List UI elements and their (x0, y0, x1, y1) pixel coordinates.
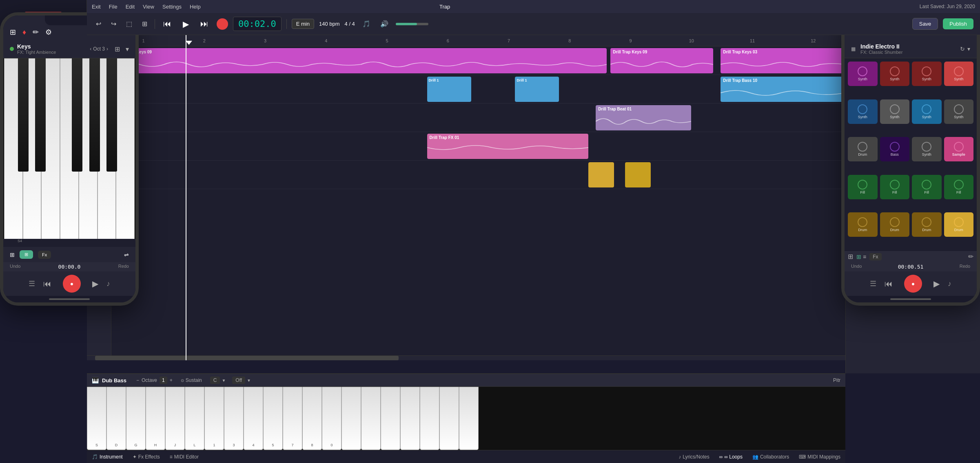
phone-play-btn[interactable]: ▶ (92, 279, 98, 289)
white-key-2[interactable]: D (106, 387, 126, 450)
pad-synth-3[interactable]: Synth (912, 62, 942, 86)
white-key-6[interactable]: L (185, 387, 204, 450)
phone-piano-left[interactable]: S4 (3, 58, 135, 247)
white-key-7[interactable]: 1 (204, 387, 224, 450)
record-button[interactable] (217, 18, 228, 30)
white-key-17[interactable] (400, 387, 420, 450)
play-button[interactable]: ▶ (180, 18, 192, 31)
undo-button[interactable]: ↩ (93, 18, 104, 29)
tab-midi-mappings[interactable]: ⌨ MIDI Mappings (799, 454, 840, 460)
white-key-15[interactable] (361, 387, 381, 450)
white-key-11[interactable]: 7 (283, 387, 302, 450)
off-dropdown[interactable]: ▼ (247, 378, 251, 383)
white-key-12[interactable]: 8 (302, 387, 322, 450)
white-key-1[interactable]: S (87, 387, 106, 450)
pad-drum-1[interactable]: Drum (848, 137, 878, 161)
phone-grid-btn[interactable]: ⊞ (20, 250, 33, 259)
key-display[interactable]: E min (292, 19, 314, 29)
tab-fx[interactable]: ✦ Fx Effects (133, 454, 160, 460)
white-key-9[interactable]: 4 (244, 387, 263, 450)
white-key-20[interactable] (459, 387, 479, 450)
key-select[interactable]: C (210, 377, 220, 384)
white-key-13[interactable]: 0 (322, 387, 341, 450)
phone-home-icon[interactable]: ⊞ (10, 28, 16, 37)
pad-sample-1[interactable]: Sample (944, 137, 974, 161)
clip-drill-fx-01[interactable]: Drill Trap FX 01 (427, 134, 589, 159)
menu-edit[interactable]: Edit (126, 4, 135, 10)
phone-menu-icon-r[interactable]: ☰ (870, 279, 876, 288)
menu-settings[interactable]: Settings (162, 4, 182, 10)
phone-midi-icon-r[interactable]: ♪ (948, 280, 951, 288)
phone-black-key-5[interactable] (106, 58, 117, 172)
clip-drill-beat-01[interactable]: Drill Trap Beat 01 (596, 105, 691, 130)
white-key-19[interactable] (439, 387, 459, 450)
white-key-14[interactable] (341, 387, 361, 450)
white-key-8[interactable]: 3 (224, 387, 244, 450)
loop-button[interactable]: ⬚ (124, 18, 135, 29)
pad-synth-9[interactable]: Synth (912, 137, 942, 161)
white-key-16[interactable] (381, 387, 400, 450)
phone-pen-r[interactable]: ✏ (968, 253, 973, 260)
pad-synth-1[interactable]: Synth (848, 62, 878, 86)
menu-file[interactable]: File (109, 4, 118, 10)
horizontal-scrollbar[interactable] (87, 355, 845, 360)
phone-fx-btn[interactable]: Fx (38, 251, 51, 259)
bpm-display[interactable]: 140 bpm (319, 21, 340, 27)
phone-black-key-1[interactable] (18, 58, 29, 172)
phone-expand-icon-r[interactable]: ▾ (967, 46, 970, 52)
clip-yellow-2[interactable] (625, 162, 651, 187)
phone-fx-btn-r[interactable]: Fx (869, 253, 881, 260)
phone-undo-r[interactable]: Undo (851, 264, 862, 270)
phone-skip-back-r[interactable]: ⏮ (885, 279, 893, 289)
clip-drill-keys-09-a[interactable]: Drill Trap Keys 09 (115, 48, 607, 73)
off-select[interactable]: Off (232, 377, 245, 384)
phone-rec-btn-r[interactable]: ● (904, 275, 922, 293)
phone-gear-icon[interactable]: ⚙ (45, 28, 52, 37)
volume-bar[interactable] (396, 23, 428, 25)
save-button[interactable]: Save (912, 18, 938, 30)
clip-drill-1b[interactable]: Drill 1 (515, 77, 559, 102)
phone-pencil-icon[interactable]: ✏ (33, 28, 39, 37)
menu-help[interactable]: Help (190, 4, 201, 10)
minus-octave[interactable]: − (136, 377, 139, 383)
pad-drum-3[interactable]: Drum (880, 212, 910, 237)
phone-list-r[interactable]: ⊞ (848, 253, 853, 260)
octave-arrow-right[interactable]: › (106, 46, 108, 52)
phone-list-view-r[interactable]: ≡ (863, 254, 866, 260)
phone-grid-view-r[interactable]: ⊞ (856, 254, 861, 260)
phone-down-icon[interactable]: ▾ (126, 45, 129, 53)
phone-skip-back[interactable]: ⏮ (43, 279, 51, 289)
pad-fill-3[interactable]: Fill (912, 175, 942, 199)
pad-drum-4[interactable]: Drum (912, 212, 942, 237)
menu-exit[interactable]: Exit (92, 4, 101, 10)
phone-rec-btn[interactable]: ● (63, 275, 81, 293)
grid-button[interactable]: ⊞ (140, 18, 150, 29)
publish-button[interactable]: Publish (943, 18, 973, 29)
octave-arrow-left[interactable]: ‹ (90, 46, 91, 52)
pad-synth-4[interactable]: Synth (944, 62, 974, 86)
phone-refresh-icon-r[interactable]: ↻ (960, 46, 965, 52)
white-key-10[interactable]: 5 (263, 387, 283, 450)
pad-synth-2[interactable]: Synth (880, 62, 910, 86)
pad-fill-1[interactable]: Fill (848, 175, 878, 199)
menu-view[interactable]: View (143, 4, 154, 10)
pad-fill-2[interactable]: Fill (880, 175, 910, 199)
phone-play-btn-r[interactable]: ▶ (933, 279, 940, 289)
phone-undo-label[interactable]: Undo (10, 264, 20, 270)
pad-synth-5[interactable]: Synth (848, 99, 878, 124)
redo-button[interactable]: ↪ (109, 18, 119, 29)
plus-octave[interactable]: + (170, 377, 173, 383)
phone-midi-icon[interactable]: ♪ (106, 280, 110, 288)
pad-synth-7[interactable]: Synth (912, 99, 942, 124)
white-key-18[interactable] (420, 387, 439, 450)
clip-drill-1a[interactable]: Drill 1 (427, 77, 471, 102)
phone-menu-icon[interactable]: ☰ (29, 279, 35, 288)
tab-midi-editor[interactable]: ≡ MIDI Editor (170, 454, 199, 460)
skip-back-button[interactable]: ⏮ (160, 18, 175, 30)
phone-redo-r[interactable]: Redo (960, 264, 970, 270)
white-key-3[interactable]: G (126, 387, 146, 450)
phone-record-icon[interactable]: ♦ (22, 28, 26, 37)
tab-collaborators[interactable]: 👥 Collaborators (752, 454, 789, 460)
pad-drum-2[interactable]: Drum (848, 212, 878, 237)
tab-instrument[interactable]: 🎵 Instrument (92, 454, 123, 460)
